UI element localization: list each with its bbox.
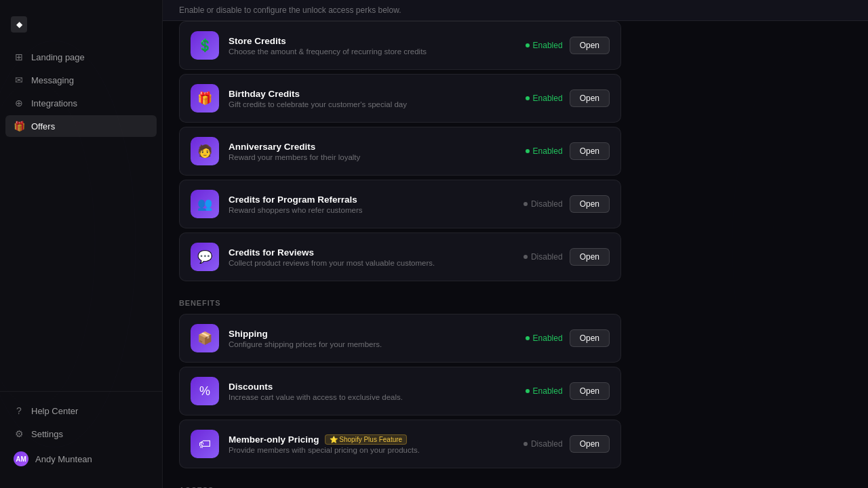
user-name: Andy Muntean bbox=[35, 454, 92, 464]
feature-card-referral-credits: 👥Credits for Program ReferralsReward sho… bbox=[179, 180, 621, 228]
shipping-status-wrap: EnabledOpen bbox=[526, 329, 610, 347]
sidebar-item-integrations[interactable]: ⊕ Integrations bbox=[5, 92, 157, 114]
referral-credits-open-button[interactable]: Open bbox=[570, 195, 610, 213]
sidebar-item-messaging-label: Messaging bbox=[31, 75, 74, 85]
shipping-desc: Configure shipping prices for your membe… bbox=[229, 340, 516, 348]
review-credits-status-text: Disabled bbox=[531, 252, 563, 262]
shipping-icon: 📦 bbox=[191, 324, 219, 352]
anniversary-credits-desc: Reward your members for their loyalty bbox=[229, 153, 516, 161]
sidebar-item-integrations-label: Integrations bbox=[31, 98, 77, 108]
discounts-icon: % bbox=[191, 377, 219, 405]
referral-credits-status-text: Disabled bbox=[531, 199, 563, 209]
referral-credits-name: Credits for Program Referrals bbox=[229, 195, 514, 205]
birthday-credits-status-dot bbox=[526, 96, 530, 100]
birthday-credits-desc: Gift credits to celebrate your customer'… bbox=[229, 100, 516, 108]
feature-card-birthday-credits: 🎁Birthday CreditsGift credits to celebra… bbox=[179, 74, 621, 123]
birthday-credits-status-indicator: Enabled bbox=[526, 94, 563, 103]
sidebar: ◆ ⊞ Landing page ✉ Messaging ⊕ Integrati… bbox=[0, 0, 163, 488]
top-notice: Enable or disable to configure the unloc… bbox=[163, 0, 868, 21]
sidebar-item-messaging[interactable]: ✉ Messaging bbox=[5, 69, 157, 91]
access-section-label: ACCESS bbox=[179, 472, 621, 488]
birthday-credits-open-button[interactable]: Open bbox=[570, 89, 610, 107]
member-pricing-name: Member-only Pricing⭐ Shopify Plus Featur… bbox=[229, 434, 514, 445]
member-pricing-open-button[interactable]: Open bbox=[570, 435, 610, 453]
birthday-credits-icon: 🎁 bbox=[191, 84, 219, 113]
benefits-section-label: BENEFITS bbox=[179, 285, 621, 314]
birthday-credits-info: Birthday CreditsGift credits to celebrat… bbox=[229, 89, 516, 108]
anniversary-credits-status-text: Enabled bbox=[533, 146, 563, 156]
sidebar-logo: ◆ bbox=[0, 11, 162, 43]
discounts-name: Discounts bbox=[229, 382, 516, 392]
member-pricing-status-indicator: Disabled bbox=[524, 439, 563, 449]
help-icon: ? bbox=[14, 405, 24, 416]
discounts-status-dot bbox=[526, 389, 530, 393]
sidebar-item-offers-label: Offers bbox=[31, 121, 55, 131]
main-content: Enable or disable to configure the unloc… bbox=[163, 0, 868, 488]
sidebar-item-landing-label: Landing page bbox=[31, 52, 85, 62]
discounts-status-text: Enabled bbox=[533, 386, 563, 396]
referral-credits-icon: 👥 bbox=[191, 190, 219, 218]
store-credits-icon: 💲 bbox=[191, 31, 219, 60]
landing-icon: ⊞ bbox=[14, 52, 24, 62]
sidebar-nav: ⊞ Landing page ✉ Messaging ⊕ Integration… bbox=[0, 43, 162, 386]
referral-credits-status-indicator: Disabled bbox=[524, 199, 563, 209]
member-pricing-status-wrap: DisabledOpen bbox=[524, 435, 610, 453]
anniversary-credits-status-dot bbox=[526, 149, 530, 153]
shipping-name: Shipping bbox=[229, 329, 516, 339]
feature-card-review-credits: 💬Credits for ReviewsCollect product revi… bbox=[179, 232, 621, 281]
member-pricing-status-text: Disabled bbox=[531, 439, 563, 449]
discounts-status-indicator: Enabled bbox=[526, 386, 563, 396]
settings-icon: ⚙ bbox=[14, 428, 24, 439]
sidebar-item-landing[interactable]: ⊞ Landing page bbox=[5, 46, 157, 68]
review-credits-icon: 💬 bbox=[191, 243, 219, 271]
avatar: AM bbox=[14, 451, 28, 466]
store-credits-status-wrap: EnabledOpen bbox=[526, 37, 610, 54]
member-pricing-info: Member-only Pricing⭐ Shopify Plus Featur… bbox=[229, 434, 514, 454]
anniversary-credits-icon: 🧑 bbox=[191, 137, 219, 165]
credits-section: 💲Store CreditsChoose the amount & freque… bbox=[179, 21, 621, 281]
store-credits-status-text: Enabled bbox=[533, 41, 563, 50]
feature-card-store-credits: 💲Store CreditsChoose the amount & freque… bbox=[179, 21, 621, 70]
store-credits-status-dot bbox=[526, 43, 530, 47]
member-pricing-desc: Provide members with special pricing on … bbox=[229, 446, 514, 454]
sidebar-user[interactable]: AM Andy Muntean bbox=[5, 446, 157, 472]
sidebar-item-help[interactable]: ? Help Center bbox=[5, 400, 157, 422]
shipping-open-button[interactable]: Open bbox=[570, 329, 610, 347]
messaging-icon: ✉ bbox=[14, 75, 24, 85]
discounts-status-wrap: EnabledOpen bbox=[526, 382, 610, 400]
review-credits-status-dot bbox=[524, 255, 528, 259]
referral-credits-desc: Reward shoppers who refer customers bbox=[229, 206, 514, 214]
discounts-open-button[interactable]: Open bbox=[570, 382, 610, 400]
review-credits-status-wrap: DisabledOpen bbox=[524, 248, 610, 266]
discounts-info: DiscountsIncrease cart value with access… bbox=[229, 382, 516, 401]
sidebar-item-offers[interactable]: 🎁 Offers bbox=[5, 115, 157, 137]
sidebar-item-settings-label: Settings bbox=[31, 429, 63, 439]
review-credits-status-indicator: Disabled bbox=[524, 252, 563, 262]
member-pricing-status-dot bbox=[524, 442, 528, 446]
offers-icon: 🎁 bbox=[14, 121, 24, 131]
feature-card-discounts: %DiscountsIncrease cart value with acces… bbox=[179, 367, 621, 415]
feature-card-shipping: 📦ShippingConfigure shipping prices for y… bbox=[179, 314, 621, 363]
store-credits-status-indicator: Enabled bbox=[526, 41, 563, 50]
review-credits-name: Credits for Reviews bbox=[229, 247, 514, 258]
anniversary-credits-status-indicator: Enabled bbox=[526, 146, 563, 156]
store-credits-open-button[interactable]: Open bbox=[570, 37, 610, 54]
referral-credits-info: Credits for Program ReferralsReward shop… bbox=[229, 195, 514, 214]
birthday-credits-name: Birthday Credits bbox=[229, 89, 516, 99]
shipping-status-text: Enabled bbox=[533, 333, 563, 343]
sidebar-bottom: ? Help Center ⚙ Settings AM Andy Muntean bbox=[0, 391, 162, 477]
anniversary-credits-name: Anniversary Credits bbox=[229, 142, 516, 152]
content-area: 💲Store CreditsChoose the amount & freque… bbox=[163, 21, 637, 488]
sidebar-item-help-label: Help Center bbox=[31, 406, 78, 416]
anniversary-credits-open-button[interactable]: Open bbox=[570, 142, 610, 160]
birthday-credits-status-text: Enabled bbox=[533, 94, 563, 103]
anniversary-credits-info: Anniversary CreditsReward your members f… bbox=[229, 142, 516, 161]
review-credits-info: Credits for ReviewsCollect product revie… bbox=[229, 247, 514, 267]
member-pricing-shopify-badge: ⭐ Shopify Plus Feature bbox=[325, 434, 408, 445]
birthday-credits-status-wrap: EnabledOpen bbox=[526, 89, 610, 107]
feature-card-anniversary-credits: 🧑Anniversary CreditsReward your members … bbox=[179, 127, 621, 176]
sidebar-item-settings[interactable]: ⚙ Settings bbox=[5, 423, 157, 445]
review-credits-desc: Collect product reviews from your most v… bbox=[229, 259, 514, 267]
review-credits-open-button[interactable]: Open bbox=[570, 248, 610, 266]
anniversary-credits-status-wrap: EnabledOpen bbox=[526, 142, 610, 160]
